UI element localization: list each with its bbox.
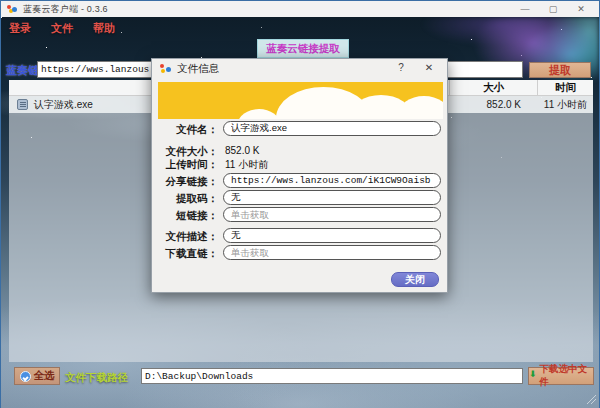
time-column-header[interactable]: 时间 [537,80,593,95]
direct-link-row: 下载直链： [152,245,447,261]
dialog-help-button[interactable]: ? [393,62,409,76]
tab-link-extract[interactable]: 蓝奏云链接提取 [257,39,349,58]
description-row: 文件描述： [152,228,447,244]
checkbox-checked-icon [20,371,31,382]
short-link-row: 短链接： [152,207,447,223]
window-controls: — ▢ ✕ [511,1,595,17]
select-all-button[interactable]: 全选 [14,367,60,385]
dialog-app-icon [160,64,170,74]
stars-decoration [1,17,2,18]
size-column-header[interactable]: 大小 [449,80,537,95]
short-link-label: 短链接： [152,209,218,223]
direct-link-input[interactable] [223,245,441,260]
upload-time-value: 11 小时前 [225,158,268,172]
share-link-row: 分享链接： [152,173,447,189]
window-title: 蓝奏云客户端 - 0.3.6 [23,3,108,16]
download-arrow-icon [529,372,537,381]
titlebar: 蓝奏云客户端 - 0.3.6 — ▢ ✕ [1,1,599,17]
extract-button[interactable]: 提取 [529,62,591,78]
file-type-icon [17,99,28,110]
cloud-shape [398,96,443,119]
bottom-bar: 全选 文件下载路径 下载选中文件 [1,365,599,387]
app-window: 蓝奏云客户端 - 0.3.6 — ▢ ✕ 登录 文件 帮助 蓝奏云链接提取 蓝奏… [0,0,600,408]
description-input[interactable] [223,228,441,243]
dialog-title: 文件信息 [177,62,219,76]
tab-label: 蓝奏云链接提取 [266,42,340,56]
download-path-input[interactable] [141,368,523,384]
close-button[interactable]: ✕ [567,1,595,17]
dialog-close-icon[interactable]: ✕ [421,62,437,76]
download-selected-button[interactable]: 下载选中文件 [528,367,594,385]
menu-item-file[interactable]: 文件 [51,21,73,36]
dialog-titlebar: 文件信息 ? ✕ [152,59,447,79]
file-name-row: 文件名： [152,121,447,137]
description-label: 文件描述： [152,230,218,244]
app-icon [7,4,17,14]
file-name-label: 文件名： [152,123,218,137]
file-size-value: 852.0 K [225,145,259,156]
download-path-label: 文件下载路径 [65,371,128,385]
cloud-banner [158,82,443,119]
extract-code-label: 提取码： [152,192,218,206]
file-time-cell: 11 小时前 [527,98,593,112]
upload-time-label: 上传时间： [152,158,218,172]
minimize-button[interactable]: — [511,1,539,17]
share-link-input[interactable] [223,173,441,188]
resize-grip[interactable] [587,395,596,404]
cloud-shape [238,109,280,119]
short-link-input[interactable] [223,207,441,222]
file-name-input[interactable] [223,121,441,136]
dialog-close-button[interactable]: 关闭 [391,272,439,287]
extract-code-row: 提取码： [152,190,447,206]
menu-item-login[interactable]: 登录 [9,21,31,36]
file-size-cell: 852.0 K [439,99,527,110]
direct-link-label: 下载直链： [152,247,218,261]
extract-code-input[interactable] [223,190,441,205]
file-info-dialog: 文件信息 ? ✕ 文件名： 文件大小： 852.0 K 上传时间： 11 小时前… [151,58,448,293]
upload-time-row: 上传时间： 11 小时前 [152,156,447,172]
select-all-label: 全选 [34,369,55,383]
menu-item-help[interactable]: 帮助 [93,21,115,36]
share-link-label: 分享链接： [152,175,218,189]
download-button-label: 下载选中文件 [539,363,593,389]
maximize-button[interactable]: ▢ [539,1,567,17]
menu-bar: 登录 文件 帮助 [9,21,115,36]
